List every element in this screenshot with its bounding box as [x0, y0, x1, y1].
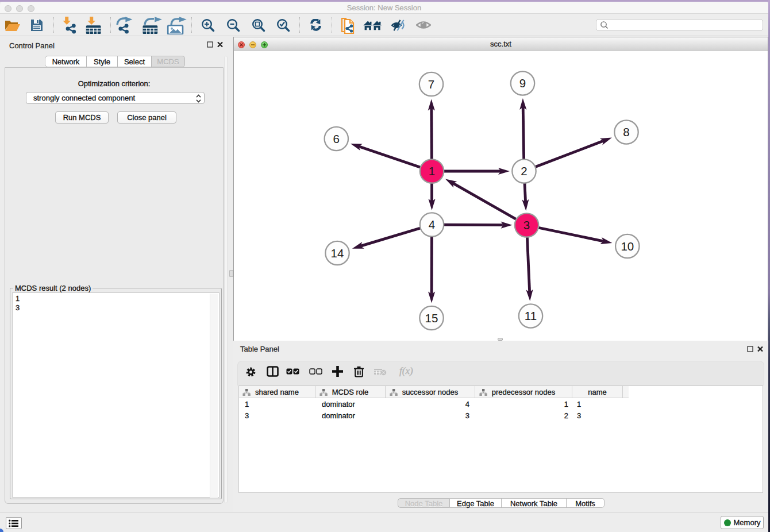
svg-text:8: 8	[623, 125, 629, 138]
svg-text:10: 10	[621, 240, 634, 253]
svg-text:6: 6	[333, 132, 340, 145]
svg-text:4: 4	[429, 218, 435, 231]
svg-text:3: 3	[523, 218, 530, 232]
svg-text:14: 14	[331, 246, 344, 260]
svg-text:15: 15	[425, 311, 438, 325]
svg-text:2: 2	[521, 164, 527, 178]
svg-text:9: 9	[519, 76, 526, 90]
svg-text:7: 7	[428, 78, 434, 91]
svg-text:1: 1	[429, 164, 435, 178]
svg-text:11: 11	[525, 309, 537, 322]
